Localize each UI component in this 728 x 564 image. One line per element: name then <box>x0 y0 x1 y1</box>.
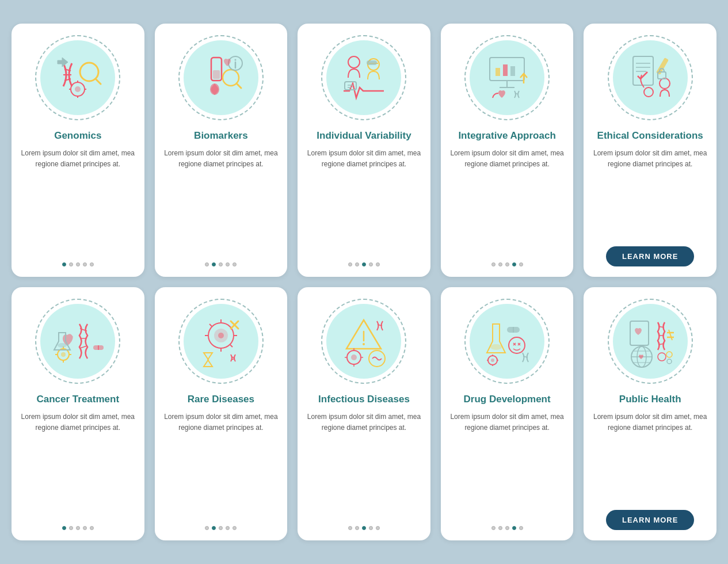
dot-3[interactable] <box>512 262 516 266</box>
dot-1[interactable] <box>498 262 502 266</box>
individual-variability-icon <box>332 46 395 109</box>
card-illustration <box>175 295 267 387</box>
card-cancer-treatment: Cancer Treatment Lorem ipsum dolor sit d… <box>12 287 144 540</box>
public-health-icon <box>619 310 682 373</box>
card-body: Lorem ipsum dolor sit dim amet, mea regi… <box>163 148 280 256</box>
dot-0[interactable] <box>348 262 352 266</box>
svg-point-38 <box>644 87 653 97</box>
icon-area <box>318 32 410 124</box>
card-title: Infectious Diseases <box>318 393 410 406</box>
card-illustration <box>175 32 267 124</box>
dot-0[interactable] <box>491 262 496 266</box>
dot-4[interactable] <box>376 262 380 266</box>
svg-point-71 <box>363 343 365 345</box>
dot-4[interactable] <box>519 526 523 530</box>
card-genomics: Genomics Lorem ipsum dolor sit dim amet,… <box>12 24 144 277</box>
dot-3[interactable] <box>83 526 87 530</box>
dot-1[interactable] <box>69 262 73 266</box>
dot-4[interactable] <box>519 262 523 266</box>
svg-point-74 <box>351 355 357 360</box>
dot-0[interactable] <box>62 262 66 266</box>
dot-0[interactable] <box>205 526 209 530</box>
dot-3[interactable] <box>83 262 87 266</box>
dot-0[interactable] <box>62 526 66 530</box>
dot-3[interactable] <box>226 262 230 266</box>
card-rare-diseases: Rare Diseases Lorem ipsum dolor sit dim … <box>155 287 288 540</box>
svg-rect-31 <box>510 66 515 76</box>
card-title: Ethical Considerations <box>597 129 703 142</box>
svg-point-18 <box>234 59 236 61</box>
card-title: Drug Development <box>464 393 551 406</box>
pagination-dots <box>205 262 237 266</box>
pagination-dots <box>348 262 380 266</box>
svg-line-62 <box>209 324 212 326</box>
svg-rect-29 <box>496 68 500 76</box>
card-infectious-diseases: Infectious Diseases Lorem ipsum dolor si… <box>298 287 430 540</box>
dot-2[interactable] <box>505 526 509 530</box>
card-title: Genomics <box>54 129 101 142</box>
icon-area <box>318 295 410 387</box>
card-footer <box>306 262 422 266</box>
pagination-dots <box>348 526 380 530</box>
card-footer <box>306 526 422 530</box>
card-drug-development: Drug Development Lorem ipsum dolor sit d… <box>441 287 574 540</box>
dot-1[interactable] <box>212 526 216 530</box>
icon-area <box>175 295 267 387</box>
pagination-dots <box>491 262 523 266</box>
card-body: Lorem ipsum dolor sit dim amet, mea regi… <box>449 148 566 256</box>
dot-1[interactable] <box>355 262 359 266</box>
svg-rect-22 <box>367 60 377 65</box>
svg-point-91 <box>491 359 494 362</box>
learn-more-button[interactable]: LEarN MoRE <box>606 510 694 530</box>
dot-2[interactable] <box>219 262 223 266</box>
dot-2[interactable] <box>219 526 223 530</box>
card-footer <box>449 526 566 530</box>
card-body: Lorem ipsum dolor sit dim amet, mea regi… <box>163 411 280 519</box>
dot-0[interactable] <box>491 526 496 530</box>
dot-3[interactable] <box>369 262 373 266</box>
learn-more-button[interactable]: LEarN MoRE <box>606 246 694 266</box>
card-title: Individual Variability <box>317 129 411 142</box>
icon-area <box>32 295 124 387</box>
card-illustration <box>32 295 124 387</box>
card-title: Biomarkers <box>194 129 248 142</box>
dot-4[interactable] <box>232 526 237 530</box>
card-illustration <box>604 32 696 124</box>
dot-1[interactable] <box>498 526 502 530</box>
dot-4[interactable] <box>232 262 237 266</box>
dot-0[interactable] <box>348 526 352 530</box>
drug-development-icon <box>475 310 539 373</box>
card-footer <box>163 526 280 530</box>
card-ethical-considerations: Ethical Considerations Lorem ipsum dolor… <box>584 24 716 277</box>
svg-point-108 <box>658 353 666 361</box>
dot-2[interactable] <box>362 262 366 266</box>
dot-3[interactable] <box>226 526 230 530</box>
dot-4[interactable] <box>90 262 94 266</box>
card-title: Cancer Treatment <box>36 393 119 406</box>
card-body: Lorem ipsum dolor sit dim amet, mea regi… <box>592 148 708 237</box>
dot-1[interactable] <box>212 262 216 266</box>
infectious-diseases-icon <box>332 310 395 373</box>
card-body: Lorem ipsum dolor sit dim amet, mea regi… <box>20 148 136 256</box>
svg-point-84 <box>509 337 525 353</box>
svg-rect-30 <box>503 64 508 76</box>
card-body: Lorem ipsum dolor sit dim amet, mea regi… <box>20 411 136 519</box>
integrative-approach-icon <box>475 46 539 109</box>
dot-2[interactable] <box>76 526 80 530</box>
dot-2[interactable] <box>505 262 509 266</box>
dot-3[interactable] <box>369 526 373 530</box>
pagination-dots <box>62 526 94 530</box>
dot-0[interactable] <box>205 262 209 266</box>
svg-line-15 <box>237 83 241 88</box>
dot-2[interactable] <box>76 262 80 266</box>
card-illustration <box>461 32 553 124</box>
dot-4[interactable] <box>376 526 380 530</box>
dot-2[interactable] <box>362 526 366 530</box>
dot-1[interactable] <box>355 526 359 530</box>
dot-4[interactable] <box>90 526 94 530</box>
ethical-considerations-icon <box>619 46 682 109</box>
card-illustration <box>604 295 696 387</box>
dot-1[interactable] <box>69 526 73 530</box>
dot-3[interactable] <box>512 526 516 530</box>
card-illustration <box>318 32 410 124</box>
